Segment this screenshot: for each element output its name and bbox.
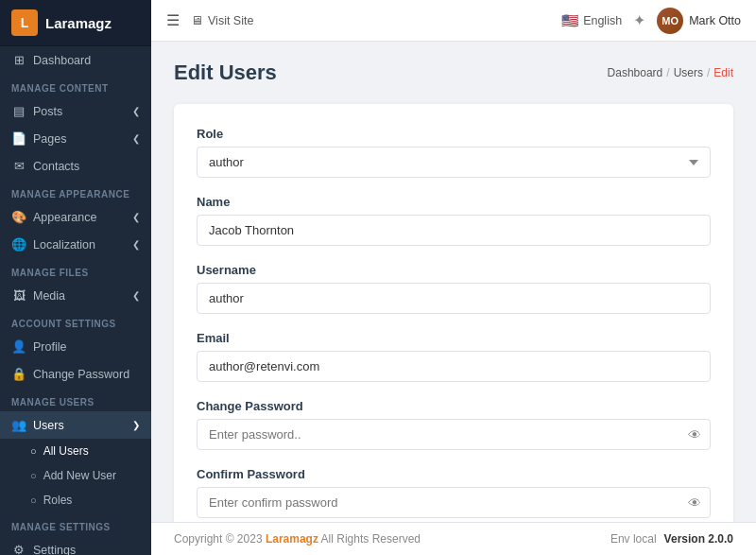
- sidebar-posts-label: Posts: [33, 105, 62, 118]
- confirm-password-group: Confirm Password 👁: [197, 467, 711, 518]
- sidebar-pages-label: Pages: [33, 132, 66, 146]
- sidebar-profile-label: Profile: [33, 340, 66, 354]
- section-manage-content: MANAGE CONTENT: [0, 74, 151, 97]
- footer-copyright: Copyright © 2023: [174, 532, 263, 546]
- visit-site-button[interactable]: 🖥 Visit Site: [191, 13, 253, 27]
- roles-icon: ○: [30, 494, 37, 506]
- edit-user-form: Role author admin editor subscriber Name…: [174, 104, 733, 522]
- section-manage-files: MANAGE FILES: [0, 258, 151, 282]
- localization-icon: 🌐: [11, 237, 26, 251]
- role-label: Role: [197, 127, 711, 141]
- sidebar-item-profile[interactable]: 👤 Profile: [0, 333, 151, 360]
- footer-left: Copyright © 2023 Laramagz All Rights Res…: [174, 532, 421, 546]
- email-group: Email: [197, 331, 711, 382]
- chevron-localization-icon: ❮: [132, 239, 140, 250]
- email-input[interactable]: [197, 351, 711, 382]
- chevron-users-icon: ❯: [132, 420, 140, 430]
- sidebar-item-pages[interactable]: 📄 Pages ❮: [0, 125, 151, 152]
- appearance-icon: 🎨: [11, 210, 26, 224]
- change-password-group: Change Password 👁: [197, 399, 711, 450]
- avatar: MO: [657, 8, 683, 34]
- sidebar-item-contacts[interactable]: ✉ Contacts: [0, 152, 151, 180]
- sidebar-item-users[interactable]: 👥 Users ❯: [0, 411, 151, 439]
- sidebar-contacts-label: Contacts: [33, 160, 79, 173]
- content-area: Edit Users Dashboard / Users / Edit Role…: [151, 42, 756, 522]
- users-icon: 👥: [11, 418, 26, 432]
- section-manage-appearance: MANAGE APPEARANCE: [0, 180, 151, 203]
- sidebar-localization-label: Localization: [33, 238, 95, 251]
- sidebar-settings-label: Settings: [33, 544, 76, 556]
- footer-env-value: local: [633, 532, 657, 546]
- breadcrumb-users[interactable]: Users: [674, 66, 703, 79]
- media-icon: 🖼: [11, 288, 26, 303]
- name-label: Name: [197, 195, 711, 209]
- footer: Copyright © 2023 Laramagz All Rights Res…: [151, 522, 756, 555]
- sidebar-item-media[interactable]: 🖼 Media ❮: [0, 282, 151, 309]
- email-label: Email: [197, 331, 711, 345]
- logo-icon: L: [11, 9, 38, 36]
- page-header: Edit Users Dashboard / Users / Edit: [174, 61, 733, 85]
- sidebar-sub-item-all-users[interactable]: ○ All Users: [0, 439, 151, 463]
- footer-version: Version 2.0.0: [664, 532, 733, 546]
- sidebar-appearance-label: Appearance: [33, 211, 96, 224]
- brightness-icon[interactable]: ✦: [633, 11, 645, 29]
- topbar: ☰ 🖥 Visit Site 🇺🇸 English ✦ MO Mark Otto: [151, 0, 756, 42]
- footer-brand[interactable]: Laramagz: [266, 532, 318, 546]
- monitor-icon: 🖥: [191, 13, 203, 27]
- language-label: English: [583, 14, 622, 27]
- section-account-settings: ACCOUNT SETTINGS: [0, 309, 151, 333]
- sidebar-item-dashboard[interactable]: ⊞ Dashboard: [0, 46, 151, 74]
- sidebar: L Laramagz ⊞ Dashboard MANAGE CONTENT ▤ …: [0, 0, 151, 555]
- confirm-password-label: Confirm Password: [197, 467, 711, 481]
- breadcrumb-sep-2: /: [707, 66, 710, 79]
- hamburger-icon[interactable]: ☰: [166, 11, 180, 29]
- contacts-icon: ✉: [11, 159, 26, 173]
- footer-rights: All Rights Reserved: [321, 532, 421, 546]
- sidebar-item-localization[interactable]: 🌐 Localization ❮: [0, 231, 151, 258]
- sidebar-change-password-label: Change Password: [33, 368, 129, 381]
- username-input[interactable]: [197, 283, 711, 314]
- user-menu[interactable]: MO Mark Otto: [657, 8, 741, 34]
- chevron-pages-icon: ❮: [132, 133, 140, 144]
- topbar-right: 🇺🇸 English ✦ MO Mark Otto: [561, 8, 741, 34]
- chevron-media-icon: ❮: [132, 290, 140, 301]
- footer-right: Env local Version 2.0.0: [610, 532, 733, 546]
- show-confirm-password-icon[interactable]: 👁: [688, 495, 701, 511]
- chevron-posts-icon: ❮: [132, 106, 140, 116]
- pages-icon: 📄: [11, 131, 26, 146]
- sidebar-logo[interactable]: L Laramagz: [0, 0, 151, 46]
- posts-icon: ▤: [11, 104, 26, 118]
- settings-icon: ⚙: [11, 543, 26, 555]
- lock-icon: 🔒: [11, 367, 26, 381]
- name-input[interactable]: [197, 215, 711, 246]
- footer-env: Env local: [610, 532, 657, 546]
- sidebar-sub-item-add-new-user[interactable]: ○ Add New User: [0, 463, 151, 488]
- language-selector[interactable]: 🇺🇸 English: [561, 12, 622, 29]
- confirm-password-input[interactable]: [197, 487, 711, 518]
- sidebar-media-label: Media: [33, 289, 65, 303]
- chevron-appearance-icon: ❮: [132, 212, 140, 222]
- sidebar-roles-label: Roles: [43, 494, 73, 507]
- sidebar-item-settings[interactable]: ⚙ Settings: [0, 536, 151, 555]
- change-password-field: 👁: [197, 419, 711, 450]
- breadcrumb-sep-1: /: [666, 66, 669, 79]
- sidebar-item-appearance[interactable]: 🎨 Appearance ❮: [0, 203, 151, 231]
- profile-icon: 👤: [11, 339, 26, 354]
- section-manage-users: MANAGE USERS: [0, 388, 151, 411]
- username-group: Username: [197, 263, 711, 314]
- show-password-icon[interactable]: 👁: [688, 427, 701, 442]
- sidebar-sub-item-roles[interactable]: ○ Roles: [0, 488, 151, 512]
- breadcrumb-dashboard[interactable]: Dashboard: [608, 66, 663, 79]
- sidebar-users-label: Users: [33, 419, 64, 432]
- confirm-password-field: 👁: [197, 487, 711, 518]
- flag-icon: 🇺🇸: [561, 12, 579, 29]
- sidebar-dashboard-label: Dashboard: [33, 54, 91, 67]
- role-group: Role author admin editor subscriber: [197, 127, 711, 178]
- role-select[interactable]: author admin editor subscriber: [197, 147, 711, 178]
- change-password-input[interactable]: [197, 419, 711, 450]
- name-group: Name: [197, 195, 711, 246]
- sidebar-add-new-user-label: Add New User: [43, 469, 116, 482]
- sidebar-all-users-label: All Users: [43, 444, 89, 458]
- sidebar-item-posts[interactable]: ▤ Posts ❮: [0, 97, 151, 125]
- sidebar-item-change-password[interactable]: 🔒 Change Password: [0, 360, 151, 388]
